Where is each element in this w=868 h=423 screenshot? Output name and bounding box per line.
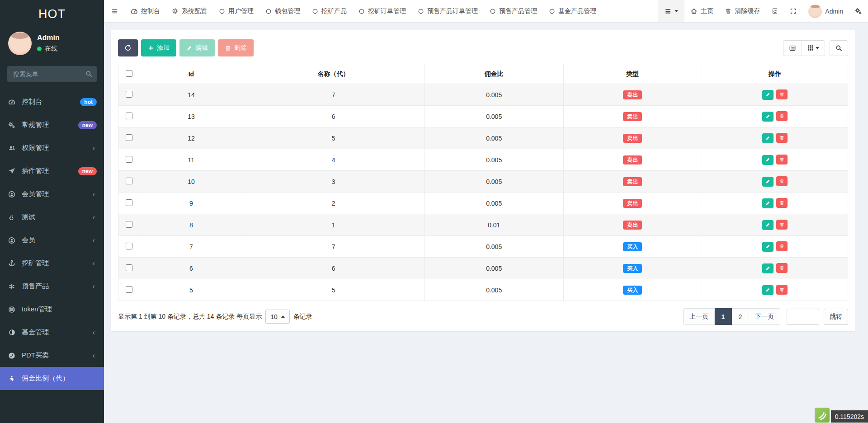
table-row[interactable]: 1470.005卖出 [118,84,848,106]
navbar-item[interactable]: 预售产品管理 [484,0,543,22]
sidebar-item[interactable]: 基金管理‹ [0,321,104,344]
row-edit-button[interactable] [762,198,774,208]
row-delete-button[interactable] [776,155,788,164]
sidebar-item[interactable]: 控制台hot [0,90,104,113]
sidebar-item[interactable]: 挖矿管理‹ [0,252,104,275]
sidebar-item[interactable]: 常规管理new [0,113,104,136]
row-edit-button[interactable] [762,155,774,165]
row-checkbox[interactable] [126,178,132,184]
jump-button[interactable]: 跳转 [824,309,848,325]
column-header[interactable]: 佣金比 [425,64,563,84]
row-delete-button[interactable] [776,133,788,143]
sidebar-item[interactable]: 插件管理new [0,160,104,183]
row-delete-button[interactable] [776,241,788,251]
thinkphp-logo-icon[interactable] [815,408,830,423]
row-delete-button[interactable] [776,285,788,295]
reload-page-button[interactable] [766,0,784,22]
page-size-dropdown[interactable]: 10 [265,310,290,324]
row-checkbox[interactable] [126,156,132,163]
row-checkbox[interactable] [126,199,132,206]
row-delete-button[interactable] [776,198,788,208]
cell-actions [702,149,848,171]
row-edit-button[interactable] [762,242,774,252]
row-delete-button[interactable] [776,111,788,121]
toggle-view-button[interactable] [783,40,802,56]
home-button[interactable]: 主页 [684,0,719,22]
settings-button[interactable] [849,0,868,22]
table-row[interactable]: 1250.005卖出 [118,127,848,149]
navbar-item[interactable]: 预售产品订单管理 [412,0,484,22]
table-row[interactable]: 660.005买入 [118,258,848,279]
clear-cache-button[interactable]: 清除缓存 [719,0,766,22]
table-row[interactable]: 1030.005卖出 [118,171,848,193]
navbar-item[interactable]: 钱包管理 [259,0,306,22]
row-delete-button[interactable] [776,176,788,186]
table-row[interactable]: 1140.005卖出 [118,149,848,171]
row-checkbox[interactable] [126,221,132,228]
cell-type: 买入 [563,279,702,301]
row-checkbox-cell [118,149,140,171]
select-all-checkbox[interactable] [126,70,132,77]
fullscreen-button[interactable] [784,0,802,22]
column-header[interactable]: Id [140,64,242,84]
sidebar-item[interactable]: token管理 [0,298,104,321]
table-row[interactable]: 550.005买入 [118,279,848,301]
column-header[interactable]: 操作 [702,64,848,84]
row-checkbox[interactable] [126,113,132,119]
table-row[interactable]: 770.005买入 [118,236,848,258]
table-row[interactable]: 1360.005卖出 [118,106,848,127]
user-menu-button[interactable]: Admin [802,0,849,22]
sidebar-item[interactable]: PDT买卖‹ [0,344,104,367]
navbar-item[interactable]: 挖矿产品 [306,0,353,22]
row-checkbox[interactable] [126,286,132,293]
table-row[interactable]: 810.01卖出 [118,214,848,236]
sidebar-item-label: 基金管理 [22,328,87,337]
table-row[interactable]: 920.005卖出 [118,193,848,214]
sidebar-item[interactable]: 会员管理‹ [0,183,104,206]
delete-button[interactable]: 删除 [218,39,254,56]
row-checkbox[interactable] [126,91,132,98]
row-edit-button[interactable] [762,133,774,143]
navbar-item[interactable]: 控制台 [125,0,166,22]
next-page-button[interactable]: 下一页 [749,308,780,325]
column-header[interactable]: 名称（代） [242,64,425,84]
row-edit-button[interactable] [762,285,774,295]
navbar-item[interactable]: 系统配置 [166,0,213,22]
user-avatar[interactable] [8,32,32,55]
sidebar-item[interactable]: 佣金比例（代） [0,367,104,390]
nav-tabs-menu-button[interactable] [658,0,684,22]
table-search-button[interactable] [830,40,848,56]
jump-page-input[interactable] [787,309,819,325]
column-header[interactable]: 类型 [563,64,702,84]
row-edit-button[interactable] [762,263,774,273]
edit-button[interactable]: 编辑 [179,39,215,56]
sidebar-item[interactable]: 预售产品‹ [0,275,104,298]
refresh-button[interactable] [118,39,138,56]
navbar-item[interactable]: 基金产品管理 [543,0,602,22]
sidebar-toggle-button[interactable] [104,0,125,22]
search-icon[interactable] [85,70,92,77]
sidebar-item-label: 会员管理 [22,190,87,198]
sidebar-item[interactable]: 会员‹ [0,229,104,252]
navbar-item[interactable]: 挖矿订单管理 [353,0,412,22]
row-delete-button[interactable] [776,89,788,99]
row-edit-button[interactable] [762,112,774,122]
row-edit-button[interactable] [762,177,774,187]
page-number-button[interactable]: 2 [732,308,749,325]
row-checkbox[interactable] [126,134,132,141]
row-edit-button[interactable] [762,220,774,230]
add-button[interactable]: 添加 [141,39,176,56]
columns-button[interactable] [802,40,825,56]
sidebar-search-input[interactable] [7,66,97,82]
chevron-left-icon: ‹ [93,282,97,291]
row-checkbox[interactable] [126,243,132,249]
page-number-button[interactable]: 1 [715,308,732,325]
row-delete-button[interactable] [776,220,788,230]
row-delete-button[interactable] [776,263,788,273]
sidebar-item[interactable]: 测试‹ [0,206,104,229]
prev-page-button[interactable]: 上一页 [683,308,715,325]
row-edit-button[interactable] [762,90,774,100]
navbar-item[interactable]: 用户管理 [213,0,259,22]
row-checkbox[interactable] [126,264,132,271]
sidebar-item[interactable]: 权限管理‹ [0,136,104,160]
